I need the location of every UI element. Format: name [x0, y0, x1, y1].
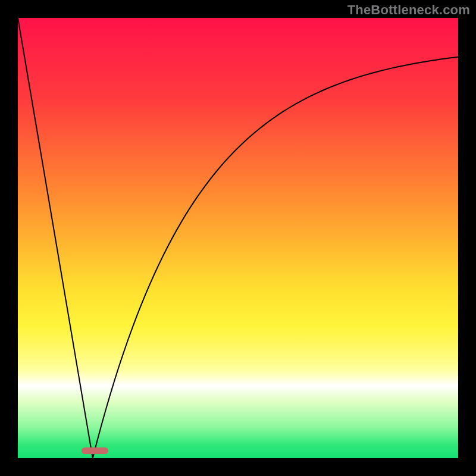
bottleneck-marker: [82, 447, 108, 454]
bottleneck-curve: [18, 18, 458, 458]
watermark-text: TheBottleneck.com: [347, 2, 470, 18]
chart-frame: TheBottleneck.com: [0, 0, 476, 476]
left-descent-line: [18, 18, 93, 458]
right-asymptotic-curve: [93, 57, 458, 458]
plot-area: [18, 18, 458, 458]
